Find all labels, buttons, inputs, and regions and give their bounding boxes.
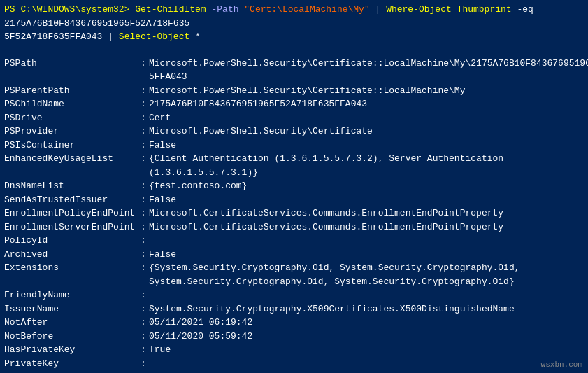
prop-value [149,288,584,302]
prop-sep: : [141,97,149,111]
prop-value: System.Security.Cryptography.X509Certifi… [149,302,584,316]
prop-sep: : [141,261,149,275]
prop-name: PSDrive [4,111,141,125]
prop-value: System.Security.Cryptography.X509Certifi… [149,370,584,373]
cmd-thumbprint-val: 2175A76B10F843676951965F52A718F635 [4,18,189,29]
prop-sep: : [141,179,149,193]
prop-name: PSParentPath [4,84,141,98]
table-row: Extensions : {System.Security.Cryptograp… [4,261,584,275]
continuation: System.Security.Cryptography.Oid, System… [4,275,584,289]
prop-sep: : [141,357,149,371]
prop-sep: : [141,152,149,179]
prop-value: {test.contoso.com} [149,179,584,193]
prop-value: False [149,193,584,207]
cmd-eq: -eq [517,4,533,15]
table-row: EnrollmentServerEndPoint : Microsoft.Cer… [4,220,584,234]
cmd-where: Where-Object [386,4,452,15]
prop-name: PSIsContainer [4,139,141,153]
prop-value: 2175A76B10F843676951965F52A718F635FFA043 [149,97,584,111]
table-row: PSChildName : 2175A76B10F843676951965F52… [4,97,584,111]
prop-value: Microsoft.PowerShell.Security\Certificat… [149,125,584,139]
watermark: wsxbn.com [541,360,582,369]
cmd-param1: -Path [211,4,244,15]
prop-name: PrivateKey [4,357,141,371]
table-row: PSDrive : Cert [4,111,584,125]
prop-value: 05/11/2021 06:19:42 [149,316,584,330]
prop-sep: : [141,111,149,125]
prop-name: EnhancedKeyUsageList [4,152,141,179]
table-row: PolicyId : [4,234,584,248]
command-line: PS C:\WINDOWS\system32> Get-ChildItem -P… [0,0,588,48]
cmd-select: Select-Object [119,31,189,42]
prop-sep: : [141,57,149,71]
prop-sep: : [141,302,149,316]
cmd-val1: "Cert:\LocalMachine\My" [244,4,369,15]
cmd-thumbprint-label: Thumbprint [457,4,512,15]
prop-sep: : [141,330,149,344]
table-row: HasPrivateKey : True [4,343,584,357]
prop-name: Archived [4,248,141,262]
table-row: EnrollmentPolicyEndPoint : Microsoft.Cer… [4,206,584,220]
prop-value: Microsoft.CertificateServices.Commands.E… [149,220,584,234]
prop-name: Extensions [4,261,141,275]
prop-name: IssuerName [4,302,141,316]
prop-value: {Client Authentication (1.3.6.1.5.5.7.3.… [149,152,584,179]
table-row: PSPath : Microsoft.PowerShell.Security\C… [4,57,584,71]
prop-value: {System.Security.Cryptography.Oid, Syste… [149,261,584,275]
prop-sep: : [141,234,149,248]
prop-sep: : [141,125,149,139]
table-row: NotBefore : 05/11/2020 05:59:42 [4,330,584,344]
prop-value [149,234,584,248]
command-line-1: PS C:\WINDOWS\system32> Get-ChildItem -P… [4,3,584,30]
prop-value: Microsoft.CertificateServices.Commands.E… [149,206,584,220]
table-row: PSIsContainer : False [4,139,584,153]
prop-name: PSChildName [4,97,141,111]
table-row: IssuerName : System.Security.Cryptograph… [4,302,584,316]
table-row: PSParentPath : Microsoft.PowerShell.Secu… [4,84,584,98]
prop-name: FriendlyName [4,288,141,302]
prop-value: False [149,248,584,262]
table-row: FriendlyName : [4,288,584,302]
prop-sep: : [141,343,149,357]
prop-name: PublicKey [4,370,141,373]
prop-name: PolicyId [4,234,141,248]
table-row: Archived : False [4,248,584,262]
cmd-get: Get-ChildItem [135,4,206,15]
prop-sep: : [141,370,149,373]
table-row: NotAfter : 05/11/2021 06:19:42 [4,316,584,330]
output-area: PSPath : Microsoft.PowerShell.Security\C… [0,52,588,374]
table-row: SendAsTrustedIssuer : False [4,193,584,207]
prop-value [149,357,584,371]
prop-value: False [149,139,584,153]
prop-value: Microsoft.PowerShell.Security\Certificat… [149,57,588,71]
command-line-2: 5F52A718F635FFA043 | Select-Object * [4,30,201,44]
cmd-line2-cont: 5F52A718F635FFA043 | [4,31,119,42]
table-row: PublicKey : System.Security.Cryptography… [4,370,584,373]
prop-sep: : [141,220,149,234]
prop-sep: : [141,248,149,262]
prop-value: 05/11/2020 05:59:42 [149,330,584,344]
prop-name: EnrollmentPolicyEndPoint [4,206,141,220]
prop-sep: : [141,139,149,153]
prop-name: NotBefore [4,330,141,344]
prop-sep: : [141,206,149,220]
prop-sep: : [141,84,149,98]
prop-name: NotAfter [4,316,141,330]
table-row: PrivateKey : [4,357,584,371]
prop-name: HasPrivateKey [4,343,141,357]
table-row: DnsNameList : {test.contoso.com} [4,179,584,193]
table-row: PSProvider : Microsoft.PowerShell.Securi… [4,125,584,139]
prompt: PS C:\WINDOWS\system32> [4,4,129,15]
prop-name: EnrollmentServerEndPoint [4,220,141,234]
cmd-star: * [195,31,201,42]
prop-value: Microsoft.PowerShell.Security\Certificat… [149,84,584,98]
prop-name: DnsNameList [4,179,141,193]
prop-sep: : [141,316,149,330]
prop-value: True [149,343,584,357]
prop-sep: : [141,193,149,207]
prop-name: PSProvider [4,125,141,139]
prop-name: PSPath [4,57,141,71]
prop-value: Cert [149,111,584,125]
table-row: EnhancedKeyUsageList : {Client Authentic… [4,152,584,179]
prop-name: SendAsTrustedIssuer [4,193,141,207]
